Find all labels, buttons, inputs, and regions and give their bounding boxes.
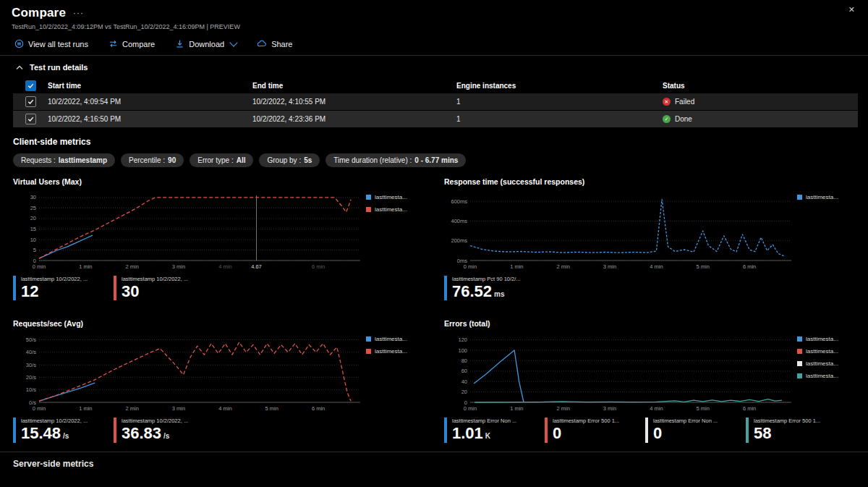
- chart-legend: lasttimesta...: [797, 194, 858, 206]
- close-icon[interactable]: ✕: [844, 4, 859, 15]
- stat-label: lasttimestamp Error 500 1...: [754, 418, 832, 424]
- view-all-test-runs-button[interactable]: View all test runs: [14, 39, 88, 48]
- view-all-test-runs-label: View all test runs: [28, 40, 88, 48]
- stat-card: lasttimestamp Error Non ...0: [645, 418, 731, 442]
- filter-pill-label: Error type :: [197, 156, 233, 164]
- status-label: Done: [675, 115, 692, 123]
- chart-stats: lasttimestamp Error Non ...1.01Klasttime…: [444, 418, 861, 442]
- stat-unit: /s: [63, 432, 69, 440]
- compare-button[interactable]: Compare: [109, 39, 155, 48]
- legend-label: lasttimesta...: [806, 373, 838, 379]
- legend-item[interactable]: lasttimesta...: [797, 373, 858, 379]
- table-row[interactable]: 10/2/2022, 4:09:54 PM10/2/2022, 4:10:55 …: [13, 93, 858, 111]
- filter-pill-label: Time duration (relative) :: [333, 156, 412, 164]
- svg-text:4 min: 4 min: [218, 405, 231, 412]
- legend-swatch: [797, 373, 802, 378]
- svg-text:600ms: 600ms: [451, 198, 467, 205]
- chart-title: Virtual Users (Max): [13, 177, 430, 186]
- toolbar: View all test runs Compare Download Shar…: [0, 30, 868, 55]
- stat-label: lasttimestamp 10/2/2022, ...: [21, 276, 99, 282]
- view-all-test-runs-icon: [14, 39, 24, 48]
- legend-item[interactable]: lasttimesta...: [797, 336, 858, 342]
- stat-label: lasttimestamp Pct 90 10/2/...: [452, 276, 530, 282]
- svg-text:20: 20: [30, 215, 36, 221]
- filter-pill[interactable]: Percentile :90: [121, 153, 184, 167]
- legend-item[interactable]: lasttimesta...: [797, 360, 858, 367]
- filter-pill-label: Percentile :: [129, 156, 165, 164]
- svg-text:0 min: 0 min: [33, 405, 46, 412]
- svg-text:120: 120: [458, 336, 467, 343]
- filter-pill-value: 0 - 6.77 mins: [414, 156, 458, 164]
- svg-text:1 min: 1 min: [79, 405, 92, 412]
- failed-icon: ✕: [663, 98, 671, 106]
- row-checkbox[interactable]: [25, 114, 36, 124]
- svg-text:3 min: 3 min: [603, 405, 616, 412]
- svg-text:1 min: 1 min: [79, 263, 92, 270]
- filter-pill-label: Requests :: [21, 156, 56, 164]
- svg-text:400ms: 400ms: [451, 218, 467, 224]
- legend-item[interactable]: lasttimesta...: [797, 348, 858, 355]
- chart-virtual-users-max: Virtual Users (Max)0510152025300 min1 mi…: [13, 177, 430, 300]
- svg-text:2 min: 2 min: [557, 405, 570, 412]
- filter-pill[interactable]: Requests :lasttimestamp: [13, 153, 115, 167]
- svg-text:15: 15: [30, 226, 36, 232]
- legend-label: lasttimesta...: [375, 348, 407, 355]
- filter-pill[interactable]: Group by :5s: [259, 153, 320, 167]
- stat-label: lasttimestamp 10/2/2022, ...: [21, 418, 99, 424]
- chart-plot[interactable]: 0510152025300 min1 min2 min3 min4 min4.6…: [13, 190, 366, 271]
- svg-text:1 min: 1 min: [510, 263, 523, 270]
- legend-item[interactable]: lasttimesta...: [366, 194, 427, 200]
- svg-text:30: 30: [30, 194, 36, 200]
- select-all-checkbox[interactable]: [25, 80, 36, 91]
- stat-value: 0: [653, 424, 731, 442]
- legend-swatch: [797, 336, 802, 342]
- share-button[interactable]: Share: [257, 39, 292, 48]
- column-header-start-time: Start time: [45, 82, 250, 90]
- legend-item[interactable]: lasttimesta...: [366, 206, 427, 213]
- filter-pill[interactable]: Error type :All: [190, 153, 253, 167]
- filter-pill-value: All: [237, 156, 246, 164]
- stat-unit: ms: [494, 290, 504, 298]
- chart-stats: lasttimestamp Pct 90 10/2/...76.52ms: [444, 276, 861, 300]
- chart-legend: lasttimesta...lasttimesta...: [366, 194, 427, 219]
- legend-swatch: [366, 207, 371, 212]
- chart-plot[interactable]: 0/s10/s20/s30/s40/s50/s0 min1 min2 min3 …: [13, 331, 366, 412]
- legend-label: lasttimesta...: [375, 336, 407, 342]
- cell-status: ✕Failed: [660, 98, 858, 106]
- svg-text:0 min: 0 min: [33, 263, 46, 270]
- next-section-partial: Server-side metrics: [0, 452, 868, 469]
- svg-text:20/s: 20/s: [26, 374, 36, 381]
- svg-text:40: 40: [461, 378, 467, 385]
- svg-text:60: 60: [461, 368, 467, 375]
- chart-plot[interactable]: 0ms200ms400ms600ms0 min1 min2 min3 min4 …: [444, 190, 797, 271]
- svg-text:6 min: 6 min: [743, 405, 756, 412]
- filter-pill[interactable]: Time duration (relative) :0 - 6.77 mins: [326, 153, 466, 167]
- stat-value: 36.83/s: [122, 424, 200, 442]
- legend-label: lasttimesta...: [806, 336, 838, 342]
- legend-swatch: [797, 195, 802, 200]
- chart-plot[interactable]: 0204060801001200 min1 min2 min3 min4 min…: [444, 331, 797, 412]
- page-title: Compare: [12, 6, 66, 20]
- stat-label: lasttimestamp Error 500 1...: [553, 418, 631, 424]
- row-checkbox[interactable]: [25, 96, 36, 107]
- stat-unit: K: [485, 432, 490, 440]
- stat-value: 30: [122, 282, 200, 300]
- stat-card: lasttimestamp Pct 90 10/2/...76.52ms: [444, 276, 530, 300]
- stat-label: lasttimestamp Error Non ...: [653, 418, 731, 424]
- download-button[interactable]: Download: [175, 39, 237, 48]
- cell-status: ✓Done: [660, 115, 858, 123]
- legend-item[interactable]: lasttimesta...: [797, 194, 858, 200]
- test-run-table: Start time End time Engine instances Sta…: [13, 77, 858, 128]
- svg-text:200ms: 200ms: [451, 237, 467, 244]
- client-side-metrics-section: Client-side metrics Requests :lasttimest…: [0, 128, 868, 443]
- svg-text:2 min: 2 min: [126, 263, 139, 270]
- table-row[interactable]: 10/2/2022, 4:16:50 PM10/2/2022, 4:23:36 …: [13, 111, 858, 128]
- legend-item[interactable]: lasttimesta...: [366, 336, 427, 342]
- cell-start-time: 10/2/2022, 4:09:54 PM: [45, 98, 250, 106]
- chart-title: Requests/sec (Avg): [13, 319, 430, 328]
- legend-item[interactable]: lasttimesta...: [366, 348, 427, 355]
- test-run-details-toggle[interactable]: Test run details: [0, 56, 868, 77]
- more-options-icon[interactable]: ···: [73, 8, 84, 18]
- column-header-engine-instances: Engine instances: [454, 82, 660, 90]
- filter-pills: Requests :lasttimestampPercentile :90Err…: [13, 153, 861, 167]
